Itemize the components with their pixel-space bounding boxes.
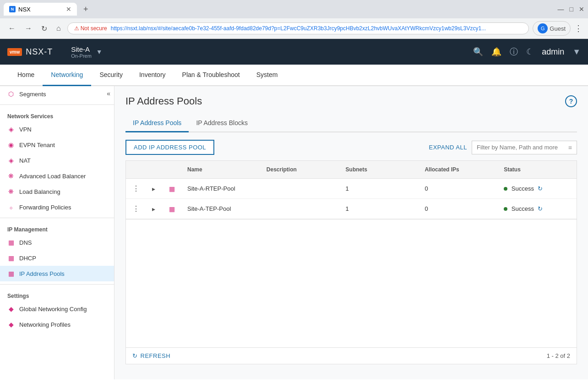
top-nav-right: 🔍 🔔 ⓘ ☾ admin ▼ <box>473 46 581 57</box>
sidebar-item-global-net[interactable]: ◆ Global Networking Config <box>0 301 114 317</box>
col-expand <box>144 161 163 178</box>
sidebar-item-vpn[interactable]: ◈ VPN <box>0 121 114 137</box>
row2-action-dots[interactable]: ⋮ <box>132 205 140 213</box>
profile-button[interactable]: G Guest <box>533 21 571 36</box>
sidebar-item-ip-pools[interactable]: ▦ IP Address Pools <box>0 266 114 281</box>
row1-allocated: 0 <box>418 180 497 197</box>
toolbar-right: EXPAND ALL ≡ <box>429 141 577 154</box>
menu-inventory[interactable]: Inventory <box>131 65 174 86</box>
security-warning: ⚠ Not secure <box>74 25 107 32</box>
row2-subnets: 1 <box>339 200 419 218</box>
tabs: IP Address Pools IP Address Blocks <box>125 115 577 132</box>
menu-networking[interactable]: Networking <box>43 65 91 86</box>
row2-expand-icon[interactable]: ▸ <box>152 205 155 213</box>
app-title: NSX-T <box>26 47 53 57</box>
table-empty-space <box>125 219 577 348</box>
sidebar-label: VPN <box>19 126 32 133</box>
menu-plan[interactable]: Plan & Troubleshoot <box>174 65 248 86</box>
notifications-button[interactable]: 🔔 <box>491 47 501 57</box>
menu-bar: Home Networking Security Inventory Plan … <box>0 65 588 86</box>
browser-menu-button[interactable]: ⋮ <box>574 23 583 33</box>
evpn-icon: ◉ <box>7 141 15 148</box>
sidebar-label: IP Address Pools <box>19 270 65 277</box>
filter-box[interactable]: ≡ <box>472 141 577 154</box>
lb-icon: ❋ <box>7 188 15 195</box>
ip-pools-icon: ▦ <box>7 270 15 277</box>
tab-ip-pools[interactable]: IP Address Pools <box>125 115 189 132</box>
row1-expand[interactable]: ▸ <box>144 180 163 198</box>
row2-icon-cell: ▦ <box>163 200 181 218</box>
row2-allocated: 0 <box>418 200 497 218</box>
sidebar-divider-3 <box>0 284 114 285</box>
row1-type-icon: ▦ <box>169 185 175 192</box>
tab-ip-blocks[interactable]: IP Address Blocks <box>189 115 255 132</box>
sidebar-item-nat[interactable]: ◈ NAT <box>0 153 114 168</box>
row1-expand-icon[interactable]: ▸ <box>152 185 155 192</box>
help-button[interactable]: ⓘ <box>510 46 518 57</box>
row1-icon-cell: ▦ <box>163 180 181 198</box>
browser-tab[interactable]: N NSX ✕ <box>4 3 77 16</box>
sidebar-item-dhcp[interactable]: ▦ DHCP <box>0 250 114 266</box>
global-net-icon: ◆ <box>7 305 15 313</box>
window-controls: — □ ✕ <box>558 5 584 13</box>
row1-status-refresh-icon[interactable]: ↻ <box>538 185 543 192</box>
sidebar-label: EVPN Tenant <box>19 142 55 148</box>
home-browser-button[interactable]: ⌂ <box>54 22 64 34</box>
admin-dropdown-button[interactable]: ▼ <box>572 47 581 57</box>
top-nav: vmw NSX-T Site-A On-Prem ▼ 🔍 🔔 ⓘ ☾ admin… <box>0 39 588 65</box>
browser-chrome: N NSX ✕ + — □ ✕ ← → ↻ ⌂ ⚠ Not secure htt… <box>0 0 588 39</box>
sidebar-label: DNS <box>19 239 32 246</box>
theme-toggle-button[interactable]: ☾ <box>526 47 534 57</box>
row2-name: Site-A-TEP-Pool <box>181 200 260 218</box>
row2-actions[interactable]: ⋮ <box>126 199 144 219</box>
row1-status-label: Success <box>512 185 534 192</box>
forward-button[interactable]: → <box>22 22 35 34</box>
sidebar-item-dns[interactable]: ▦ DNS <box>0 235 114 250</box>
sidebar-section-settings: Settings <box>0 287 114 301</box>
sidebar-item-forwarding[interactable]: ⬦ Forwarding Policies <box>0 199 114 215</box>
row1-status: Success ↻ <box>497 180 577 197</box>
tab-close-button[interactable]: ✕ <box>66 5 71 13</box>
menu-system[interactable]: System <box>248 65 286 86</box>
filter-input[interactable] <box>477 144 566 151</box>
sidebar-item-net-profiles[interactable]: ◆ Networking Profiles <box>0 317 114 332</box>
address-bar[interactable]: ⚠ Not secure https://nsxt.lab/nsx/#/site… <box>67 22 529 34</box>
expand-all-button[interactable]: EXPAND ALL <box>429 144 467 151</box>
browser-toolbar: ← → ↻ ⌂ ⚠ Not secure https://nsxt.lab/ns… <box>0 18 588 38</box>
sidebar-collapse-button[interactable]: « <box>107 90 110 97</box>
row2-status-refresh-icon[interactable]: ↻ <box>538 205 543 212</box>
warning-icon: ⚠ <box>74 25 79 32</box>
row1-action-dots[interactable]: ⋮ <box>132 185 140 192</box>
sidebar-label: Load Balancing <box>19 188 60 195</box>
site-selector[interactable]: Site-A On-Prem ▼ <box>62 45 102 59</box>
toolbar: ADD IP ADDRESS POOL EXPAND ALL ≡ <box>125 140 577 155</box>
close-button[interactable]: ✕ <box>579 5 584 13</box>
admin-label: admin <box>542 47 564 57</box>
menu-home[interactable]: Home <box>9 65 43 86</box>
sidebar-item-evpn[interactable]: ◉ EVPN Tenant <box>0 137 114 153</box>
page-help-button[interactable]: ? <box>565 95 577 107</box>
filter-options-icon[interactable]: ≡ <box>568 144 572 151</box>
back-button[interactable]: ← <box>5 22 18 34</box>
profile-label: Guest <box>550 25 566 32</box>
search-button[interactable]: 🔍 <box>473 47 483 57</box>
row2-expand[interactable]: ▸ <box>144 200 163 218</box>
refresh-button[interactable]: ↻ REFRESH <box>132 352 170 359</box>
refresh-browser-button[interactable]: ↻ <box>38 22 50 35</box>
menu-security[interactable]: Security <box>91 65 131 86</box>
site-dropdown-button[interactable]: ▼ <box>96 48 103 55</box>
row1-actions[interactable]: ⋮ <box>126 179 144 198</box>
add-ip-pool-button[interactable]: ADD IP ADDRESS POOL <box>125 140 214 155</box>
minimize-button[interactable]: — <box>558 5 564 13</box>
sidebar-item-segments[interactable]: ⬡ Segments <box>0 86 114 102</box>
row1-status-dot <box>504 187 507 191</box>
restore-button[interactable]: □ <box>570 5 573 13</box>
new-tab-button[interactable]: + <box>81 4 91 15</box>
pagination: 1 - 2 of 2 <box>547 352 570 359</box>
row2-status-label: Success <box>512 205 534 212</box>
sidebar-item-lb[interactable]: ❋ Load Balancing <box>0 184 114 199</box>
table-row: ⋮ ▸ ▦ Site-A-TEP-Pool 1 0 Success ↻ <box>126 199 577 219</box>
sidebar-item-adv-lb[interactable]: ❋ Advanced Load Balancer <box>0 168 114 184</box>
col-allocated: Allocated IPs <box>418 161 497 178</box>
vpn-icon: ◈ <box>7 126 15 133</box>
